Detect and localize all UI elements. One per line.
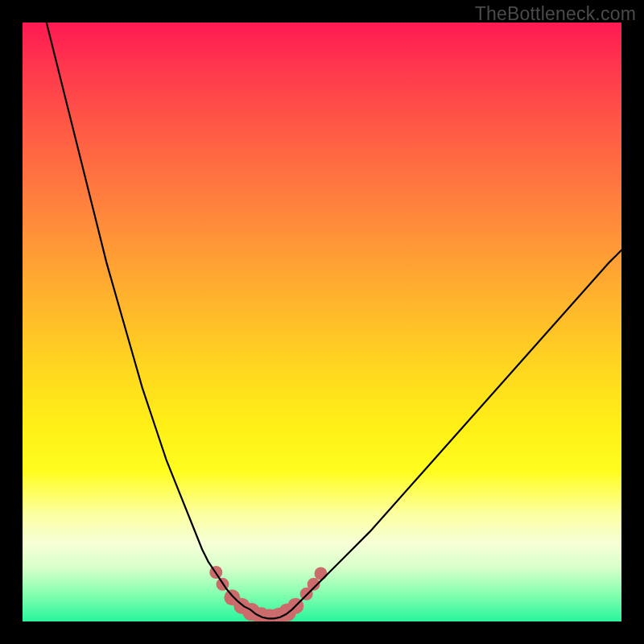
chart-plot-area <box>23 23 621 621</box>
valley-beads-group <box>209 566 327 621</box>
bottleneck-curve <box>47 23 621 618</box>
valley-bead <box>315 567 328 580</box>
watermark-text: TheBottleneck.com <box>475 3 636 25</box>
chart-frame: TheBottleneck.com <box>0 0 644 644</box>
chart-svg <box>23 23 621 621</box>
